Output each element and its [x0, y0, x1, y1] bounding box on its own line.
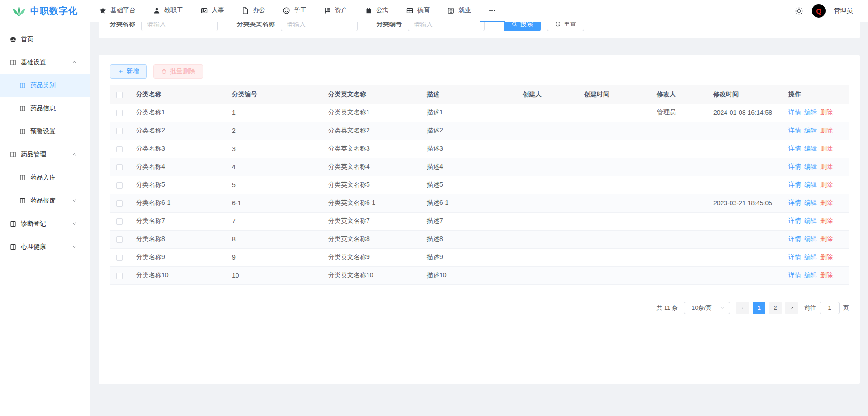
sidebar-item-预警设置[interactable]: 预警设置: [0, 120, 90, 143]
page-size-select[interactable]: 10条/页: [684, 302, 730, 314]
detail-link[interactable]: 详情: [788, 235, 801, 242]
nav-item-就业[interactable]: 就业: [439, 0, 480, 22]
row-checkbox[interactable]: [116, 218, 123, 225]
cell-desc: 描述8: [422, 230, 518, 248]
next-page-button[interactable]: [785, 302, 798, 314]
delete-link[interactable]: 删除: [820, 181, 833, 188]
cell-desc: 描述3: [422, 140, 518, 158]
row-checkbox[interactable]: [116, 255, 123, 261]
cell-modifier: [652, 230, 709, 248]
username-label[interactable]: 管理员: [834, 7, 853, 15]
cell-modify_time: [709, 122, 784, 140]
detail-link[interactable]: 详情: [788, 163, 801, 170]
sidebar-item-诊断登记[interactable]: 诊断登记: [0, 212, 90, 235]
row-checkbox[interactable]: [116, 146, 123, 152]
cell-en_name: 分类英文名称10: [324, 266, 422, 284]
cell-creator: [518, 248, 580, 266]
row-checkbox[interactable]: [116, 200, 123, 207]
delete-link[interactable]: 删除: [820, 127, 833, 134]
nav-item-more[interactable]: [480, 0, 505, 22]
delete-link[interactable]: 删除: [820, 217, 833, 224]
sidebar-item-药品管理[interactable]: 药品管理: [0, 143, 90, 166]
detail-link[interactable]: 详情: [788, 109, 801, 116]
cell-creator: [518, 140, 580, 158]
batch-delete-button[interactable]: 批量删除: [153, 64, 203, 79]
sidebar-item-心理健康[interactable]: 心理健康: [0, 235, 90, 258]
detail-link[interactable]: 详情: [788, 145, 801, 152]
detail-link[interactable]: 详情: [788, 271, 801, 279]
teacher-icon: [153, 7, 160, 14]
detail-link[interactable]: 详情: [788, 217, 801, 224]
cell-code: 2: [227, 122, 324, 140]
settings-gear-icon[interactable]: [794, 6, 804, 16]
table-row: 分类名称77分类英文名称7描述7详情编辑删除: [110, 212, 849, 230]
apartment-icon: [365, 7, 373, 14]
nav-item-办公[interactable]: 办公: [233, 0, 274, 22]
delete-link[interactable]: 删除: [820, 109, 833, 116]
nav-item-label: 办公: [253, 6, 265, 14]
row-checkbox[interactable]: [116, 164, 123, 170]
cell-en_name: 分类英文名称6-1: [324, 194, 422, 212]
chevron-right-icon: [789, 305, 794, 311]
nav-item-资产[interactable]: 资产: [315, 0, 356, 22]
detail-link[interactable]: 详情: [788, 181, 801, 188]
edit-link[interactable]: 编辑: [804, 145, 817, 152]
edit-link[interactable]: 编辑: [804, 181, 817, 188]
select-all-checkbox[interactable]: [116, 92, 123, 98]
row-checkbox[interactable]: [116, 236, 123, 243]
cell-desc: 描述6-1: [422, 194, 518, 212]
nav-item-公寓[interactable]: 公寓: [356, 0, 397, 22]
sidebar-item-药品报废[interactable]: 药品报废: [0, 189, 90, 212]
edit-link[interactable]: 编辑: [804, 217, 817, 224]
delete-link[interactable]: 删除: [820, 199, 833, 206]
row-checkbox[interactable]: [116, 182, 123, 189]
edit-link[interactable]: 编辑: [804, 127, 817, 134]
book-icon: [9, 220, 17, 227]
cell-modify_time: [709, 158, 784, 176]
sidebar-item-药品入库[interactable]: 药品入库: [0, 166, 90, 189]
sidebar-item-药品信息[interactable]: 药品信息: [0, 97, 90, 120]
cell-code: 4: [227, 158, 324, 176]
star-icon: [99, 7, 107, 14]
edit-link[interactable]: 编辑: [804, 109, 817, 116]
detail-link[interactable]: 详情: [788, 253, 801, 260]
asset-icon: [324, 7, 331, 14]
cell-actions: 详情编辑删除: [784, 266, 849, 284]
user-avatar[interactable]: Q: [812, 4, 826, 18]
detail-link[interactable]: 详情: [788, 127, 801, 134]
edit-link[interactable]: 编辑: [804, 199, 817, 206]
row-checkbox[interactable]: [116, 110, 123, 116]
nav-item-教职工[interactable]: 教职工: [144, 0, 192, 22]
book-icon: [9, 151, 17, 158]
page-button-1[interactable]: 1: [753, 302, 765, 314]
add-button[interactable]: 新增: [110, 64, 147, 79]
edit-link[interactable]: 编辑: [804, 163, 817, 170]
sidebar-item-基础设置[interactable]: 基础设置: [0, 51, 90, 74]
prev-page-button[interactable]: [736, 302, 749, 314]
page-button-2[interactable]: 2: [769, 302, 782, 314]
detail-link[interactable]: 详情: [788, 199, 801, 206]
edit-link[interactable]: 编辑: [804, 235, 817, 242]
cell-desc: 描述9: [422, 248, 518, 266]
delete-link[interactable]: 删除: [820, 163, 833, 170]
sidebar-item-首页[interactable]: 首页: [0, 28, 90, 51]
edit-link[interactable]: 编辑: [804, 271, 817, 279]
row-checkbox[interactable]: [116, 128, 123, 134]
nav-item-基础平台[interactable]: 基础平台: [90, 0, 144, 22]
delete-link[interactable]: 删除: [820, 271, 833, 279]
nav-item-德育[interactable]: 德育: [397, 0, 439, 22]
goto-label: 前往: [804, 304, 816, 312]
nav-item-学工[interactable]: 学工: [274, 0, 315, 22]
page-size-value: 10条/页: [692, 304, 712, 312]
edit-link[interactable]: 编辑: [804, 253, 817, 260]
delete-link[interactable]: 删除: [820, 235, 833, 242]
sidebar-item-label: 预警设置: [30, 128, 56, 136]
goto-page-input[interactable]: [820, 302, 840, 314]
nav-item-人事[interactable]: 人事: [192, 0, 233, 22]
cell-modify_time: [709, 230, 784, 248]
row-checkbox[interactable]: [116, 273, 123, 279]
delete-link[interactable]: 删除: [820, 145, 833, 152]
sidebar-item-药品类别[interactable]: 药品类别: [0, 74, 90, 97]
delete-link[interactable]: 删除: [820, 253, 833, 260]
column-header-6: 修改人: [652, 85, 709, 104]
